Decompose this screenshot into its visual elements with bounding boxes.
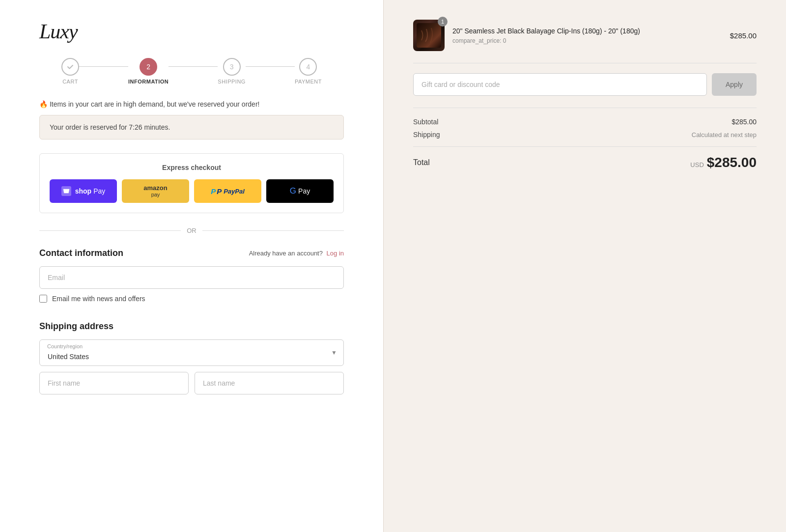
shipping-section: Shipping address Country/region United S…	[39, 316, 344, 400]
step-shipping-circle: 3	[223, 58, 241, 76]
reserved-message: Your order is reserved for 7:26 minutes.	[50, 123, 170, 131]
step-information-circle: 2	[140, 58, 157, 76]
divider-2	[413, 108, 757, 108]
last-name-input[interactable]	[195, 372, 344, 394]
newsletter-checkbox[interactable]	[39, 295, 47, 303]
name-row	[39, 372, 344, 394]
subtotal-row: Subtotal $285.00	[413, 118, 757, 126]
login-link[interactable]: Log in	[327, 250, 344, 257]
step-payment: 4 PAYMENT	[295, 58, 322, 84]
item-name: 20" Seamless Jet Black Balayage Clip-Ins…	[452, 27, 722, 36]
order-item: 1 20" Seamless Jet Black Balayage Clip-I…	[413, 20, 757, 51]
demand-notice-text: 🔥 Items in your cart are in high demand,…	[39, 100, 259, 108]
amazon-icon: amazon pay	[143, 185, 167, 197]
item-details: 20" Seamless Jet Black Balayage Clip-Ins…	[452, 27, 722, 44]
newsletter-row: Email me with news and offers	[39, 295, 344, 303]
subtotal-label: Subtotal	[413, 118, 438, 126]
step-shipping: 3 SHIPPING	[218, 58, 246, 84]
total-right: USD $285.00	[690, 155, 757, 170]
total-currency: USD	[690, 161, 703, 168]
step-payment-circle: 4	[299, 58, 317, 76]
step-line-3	[246, 66, 295, 67]
divider-1	[413, 63, 757, 63]
express-buttons-row: shopPay amazon pay PP PayPal G Pay	[50, 179, 334, 203]
country-select-wrapper: Country/region United States ▼	[39, 339, 344, 366]
shipping-label: Shipping	[413, 131, 440, 139]
contact-header: Contact information Already have an acco…	[39, 248, 344, 258]
checkout-stepper: CART 2 INFORMATION 3 SHIPPING 4 PAYMENT	[39, 58, 344, 84]
or-label: OR	[187, 227, 196, 234]
left-panel: Luxy CART 2 INFORMATION 3 SHIPPING	[0, 0, 383, 532]
express-checkout-section: Express checkout shopPay amazon pay	[39, 153, 344, 213]
step-cart: CART	[61, 58, 79, 84]
shipping-value: Calculated at next step	[692, 131, 757, 139]
or-divider: OR	[39, 227, 344, 234]
newsletter-label: Email me with news and offers	[52, 295, 145, 303]
paypal-icon: PP PayPal	[211, 187, 245, 196]
subtotal-value: $285.00	[731, 118, 757, 126]
total-row: Total USD $285.00	[413, 146, 757, 170]
shop-icon: shopPay	[61, 186, 106, 196]
total-label: Total	[413, 158, 430, 167]
first-name-input[interactable]	[39, 372, 189, 394]
step-line-2	[168, 66, 218, 67]
svg-rect-1	[417, 23, 441, 48]
item-price: $285.00	[730, 31, 757, 40]
step-payment-label: PAYMENT	[295, 79, 322, 84]
item-meta: compare_at_price: 0	[452, 37, 722, 44]
apply-button[interactable]: Apply	[712, 73, 757, 96]
country-select[interactable]: United States	[39, 339, 344, 366]
item-quantity-badge: 1	[438, 17, 448, 27]
brand-logo: Luxy	[39, 20, 344, 43]
logo-text: Luxy	[39, 20, 78, 43]
discount-input[interactable]	[413, 73, 707, 96]
step-line-1	[79, 66, 128, 67]
shipping-row: Shipping Calculated at next step	[413, 131, 757, 139]
google-pay-button[interactable]: G Pay	[266, 179, 334, 203]
right-panel: 1 20" Seamless Jet Black Balayage Clip-I…	[383, 0, 786, 532]
step-information-label: INFORMATION	[128, 79, 168, 84]
step-information: 2 INFORMATION	[128, 58, 168, 84]
step-cart-label: CART	[62, 79, 78, 84]
discount-row: Apply	[413, 73, 757, 96]
paypal-button[interactable]: PP PayPal	[194, 179, 261, 203]
item-image-wrapper: 1	[413, 20, 445, 51]
step-shipping-label: SHIPPING	[218, 79, 246, 84]
express-checkout-title: Express checkout	[50, 164, 334, 171]
shipping-title: Shipping address	[39, 321, 344, 332]
total-amount: $285.00	[707, 155, 757, 170]
contact-title: Contact information	[39, 248, 123, 258]
step-cart-circle	[61, 58, 79, 76]
demand-notice: 🔥 Items in your cart are in high demand,…	[39, 100, 344, 108]
email-input[interactable]	[39, 266, 344, 289]
reserved-box: Your order is reserved for 7:26 minutes.	[39, 115, 344, 140]
shop-pay-button[interactable]: shopPay	[50, 179, 117, 203]
amazon-pay-button[interactable]: amazon pay	[122, 179, 189, 203]
contact-section: Contact information Already have an acco…	[39, 248, 344, 316]
login-prompt: Already have an account? Log in	[249, 250, 344, 257]
gpay-icon: G Pay	[290, 186, 310, 196]
